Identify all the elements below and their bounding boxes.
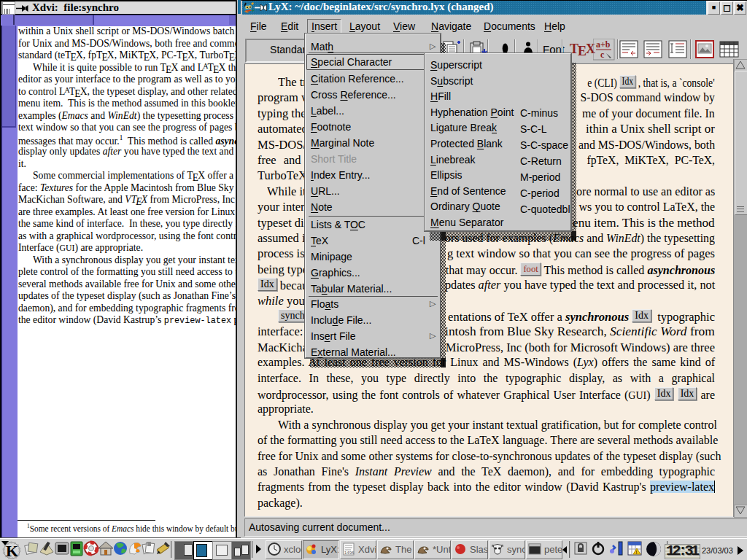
svg-text:K: K: [6, 542, 18, 559]
svg-text:1496: 1496: [344, 551, 355, 555]
svg-text:!: !: [636, 550, 638, 555]
